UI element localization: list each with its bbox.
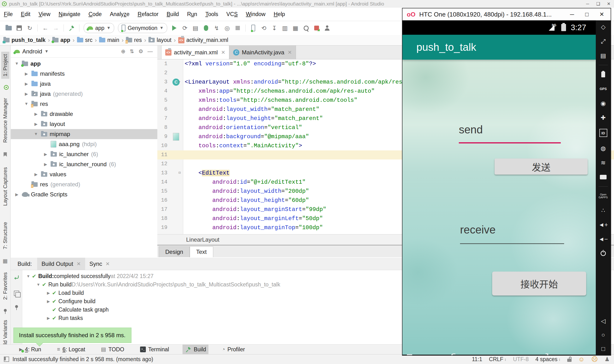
file-encoding[interactable]: UTF-8: [513, 356, 529, 363]
tree-expand-icon[interactable]: ▶: [45, 299, 52, 304]
caret-position[interactable]: 11:1: [472, 356, 482, 363]
ide-close-button[interactable]: ✕: [603, 0, 614, 7]
close-icon[interactable]: ✕: [288, 50, 292, 55]
project-view-label[interactable]: Android: [22, 48, 42, 55]
back-icon[interactable]: ◁: [601, 318, 605, 324]
line-separator-select[interactable]: CRLF↕: [489, 356, 506, 363]
menu-item-analyze[interactable]: Analyze: [110, 11, 129, 17]
locate-file-icon[interactable]: ⊕: [121, 48, 125, 55]
breadcrumb-item-res[interactable]: res: [126, 37, 142, 43]
toolwindow-logcat[interactable]: ≡6: Logcat: [55, 345, 87, 354]
menu-item-build[interactable]: Build: [167, 11, 179, 17]
tree-item-manifests[interactable]: ▶manifests: [11, 69, 157, 79]
tree-expand-icon[interactable]: ▶: [33, 122, 39, 127]
stripe-resource-manager[interactable]: Resource Manager: [1, 96, 9, 145]
gradle-sync-icon[interactable]: ⟲: [259, 23, 269, 33]
receive-start-button[interactable]: 接收开始: [492, 272, 586, 296]
battery-icon[interactable]: [601, 71, 605, 78]
emulator-maximize-button[interactable]: □: [579, 9, 594, 20]
resource-manager-icon[interactable]: [312, 23, 321, 33]
mode-tab-design[interactable]: Design: [159, 247, 190, 257]
build-hammer-icon[interactable]: [67, 23, 76, 33]
network-icon[interactable]: ≋: [601, 159, 606, 166]
screencast-icon[interactable]: ▤: [600, 52, 606, 59]
pin-icon[interactable]: [4, 309, 7, 312]
layout-inspector-icon[interactable]: ▦: [291, 23, 300, 33]
hide-panel-icon[interactable]: —: [148, 48, 153, 55]
tree-expand-icon[interactable]: ▶: [14, 192, 19, 197]
sync-icon[interactable]: ↻: [25, 23, 35, 33]
tree-item-res[interactable]: ▼res: [11, 99, 157, 109]
stop-icon[interactable]: [233, 23, 242, 33]
device-select[interactable]: Genymotion ▼: [118, 23, 167, 33]
menu-item-refactor[interactable]: Refactor: [138, 11, 159, 17]
tree-expand-icon[interactable]: ▶: [43, 152, 48, 157]
breadcrumb-item-push_to_talk[interactable]: push_to_talk: [3, 37, 46, 43]
tree-expand-icon[interactable]: ▶: [45, 316, 52, 320]
tree-expand-icon[interactable]: ▶: [24, 91, 29, 96]
stripe-project[interactable]: 1: Project: [1, 52, 9, 79]
menu-item-view[interactable]: View: [39, 11, 50, 17]
search-everywhere-icon[interactable]: [301, 23, 311, 33]
share-icon[interactable]: ∴: [601, 207, 605, 213]
gradle-daemon-icon[interactable]: ♟: [604, 356, 610, 363]
menu-item-tools[interactable]: Tools: [205, 11, 218, 17]
id-icon[interactable]: ID: [599, 129, 607, 137]
breadcrumb-item-activity_main.xml[interactable]: <>activity_main.xml: [178, 37, 228, 43]
debug-icon[interactable]: [201, 23, 211, 33]
volume-up-icon[interactable]: ◄+: [599, 221, 608, 228]
tree-expand-icon[interactable]: ▶: [33, 172, 39, 177]
stripe-structure[interactable]: 7: Structure: [1, 220, 9, 252]
profile-account-icon[interactable]: [322, 23, 332, 33]
tree-expand-icon[interactable]: ▶: [45, 291, 52, 295]
sdk-manager-icon[interactable]: ↧: [270, 23, 279, 33]
tree-expand-icon[interactable]: ▶: [24, 81, 29, 86]
sms-icon[interactable]: [600, 174, 607, 180]
tree-item-res[interactable]: res(generated): [11, 179, 157, 189]
breadcrumb-item-app[interactable]: app: [52, 37, 70, 43]
android-studio-icon[interactable]: [4, 85, 9, 90]
tree-expand-icon[interactable]: ▼: [24, 102, 29, 106]
ide-minimize-button[interactable]: ─: [582, 0, 593, 7]
stripe-layout-captures[interactable]: Layout Captures: [1, 165, 9, 208]
pin-icon[interactable]: [15, 305, 18, 308]
tree-expand-icon[interactable]: ▼: [35, 283, 42, 287]
power-icon[interactable]: [600, 250, 606, 257]
collapse-all-icon[interactable]: ⇅: [130, 48, 134, 55]
export-icon[interactable]: [14, 291, 19, 296]
profile-app-icon[interactable]: ↯: [212, 23, 221, 33]
menu-item-vcs[interactable]: VCS: [226, 11, 238, 17]
menu-item-file[interactable]: File: [4, 11, 13, 17]
receive-edittext[interactable]: receive: [460, 223, 496, 236]
open-project-icon[interactable]: [4, 23, 14, 33]
home-icon[interactable]: ○: [601, 332, 605, 338]
close-icon[interactable]: ✕: [77, 261, 81, 267]
unlock-icon[interactable]: [567, 359, 572, 362]
apply-changes-icon[interactable]: ⟳: [180, 23, 190, 33]
device-file-explorer-icon[interactable]: [249, 23, 258, 33]
tree-expand-icon[interactable]: ▶: [24, 71, 29, 76]
frowny-icon[interactable]: ☹: [591, 356, 598, 363]
dpad-icon[interactable]: ✚: [601, 115, 606, 121]
fold-marker-icon[interactable]: ▾: [179, 78, 181, 87]
attach-debugger-icon[interactable]: ◎: [222, 23, 232, 33]
tree-item-java[interactable]: ▶java: [11, 79, 157, 89]
menu-item-run[interactable]: Run: [187, 11, 197, 17]
rerun-build-icon[interactable]: [14, 274, 20, 282]
menu-item-code[interactable]: Code: [88, 11, 102, 17]
menu-item-edit[interactable]: Edit: [21, 11, 30, 17]
emulator-minimize-button[interactable]: ─: [565, 9, 579, 20]
tree-expand-icon[interactable]: ▼: [33, 132, 39, 136]
tree-expand-icon[interactable]: ▼: [14, 61, 19, 66]
build-tab-build-output[interactable]: Build Output✕: [37, 258, 85, 270]
back-icon[interactable]: ←: [41, 23, 50, 33]
run-with-coverage-icon[interactable]: ▤: [191, 23, 200, 33]
stripe-favorites[interactable]: 2: Favorites: [1, 270, 9, 302]
editor-tab-activity_main.xml[interactable]: <>activity_main.xml✕: [161, 45, 229, 59]
tree-item-app[interactable]: ▼app: [11, 59, 157, 69]
tree-item-drawable[interactable]: ▶drawable: [11, 109, 157, 119]
breadcrumb-item-main[interactable]: main: [99, 37, 119, 43]
tree-item-values[interactable]: ▶values: [11, 169, 157, 179]
ide-maximize-button[interactable]: ❑: [593, 0, 603, 7]
settings-gear-icon[interactable]: ⚙: [138, 48, 143, 55]
